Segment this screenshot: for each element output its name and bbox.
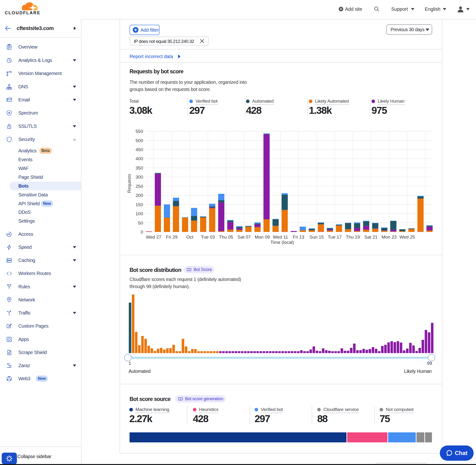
svg-text:Wed 27: Wed 27 xyxy=(146,234,161,240)
svg-text:Thu 05: Thu 05 xyxy=(219,234,233,240)
svg-text:Sun 15: Sun 15 xyxy=(309,234,324,240)
svg-text:Fri 13: Fri 13 xyxy=(293,234,304,240)
svg-text:450: 450 xyxy=(136,147,143,152)
svg-text:300: 300 xyxy=(136,175,143,180)
svg-text:200: 200 xyxy=(136,193,143,198)
svg-text:Thu 19: Thu 19 xyxy=(346,234,360,240)
svg-text:Time (local): Time (local) xyxy=(271,240,294,245)
svg-text:Mon 09: Mon 09 xyxy=(255,234,270,240)
svg-text:Wed 11: Wed 11 xyxy=(273,234,288,240)
svg-text:Sat 07: Sat 07 xyxy=(238,234,251,240)
svg-text:Tue 17: Tue 17 xyxy=(328,234,341,240)
svg-text:Fri 29: Fri 29 xyxy=(166,234,178,240)
svg-text:350: 350 xyxy=(136,166,143,170)
svg-text:CLOUDFLARE: CLOUDFLARE xyxy=(5,11,41,15)
svg-text:550: 550 xyxy=(136,129,143,134)
svg-text:150: 150 xyxy=(136,202,143,207)
svg-text:Sat 21: Sat 21 xyxy=(364,234,377,240)
svg-text:100: 100 xyxy=(136,211,143,216)
svg-text:50: 50 xyxy=(138,221,143,225)
svg-text:Tue 03: Tue 03 xyxy=(201,234,215,240)
svg-text:0: 0 xyxy=(140,230,143,234)
svg-text:500: 500 xyxy=(136,138,143,143)
svg-text:Requests: Requests xyxy=(127,174,132,193)
svg-text:Oct: Oct xyxy=(186,234,193,240)
svg-text:Wed 25: Wed 25 xyxy=(399,234,415,240)
svg-text:Mon 23: Mon 23 xyxy=(381,234,396,240)
svg-text:400: 400 xyxy=(136,156,143,161)
svg-text:250: 250 xyxy=(136,184,143,189)
